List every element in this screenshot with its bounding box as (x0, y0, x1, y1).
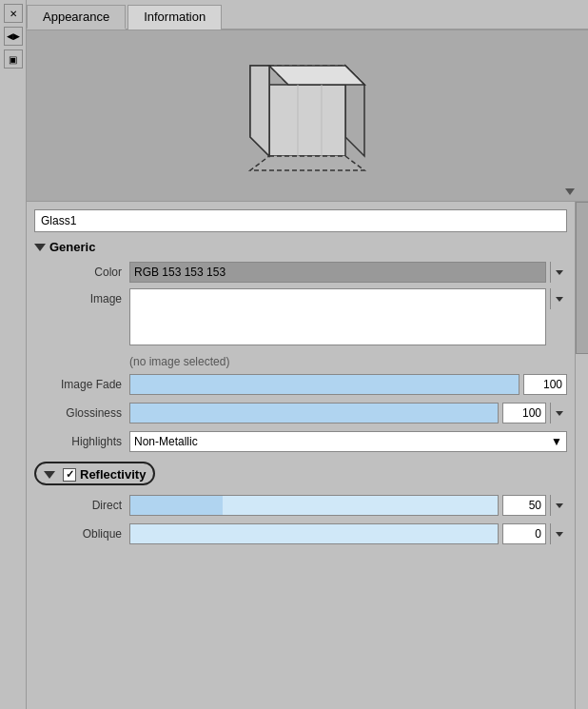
reflectivity-section-wrapper: ✓ Reflectivity Direct (34, 460, 567, 546)
tab-appearance[interactable]: Appearance (27, 5, 126, 30)
color-swatch: RGB 153 153 153 (130, 263, 545, 282)
reflectivity-collapse-arrow[interactable] (44, 471, 55, 479)
image-fade-input[interactable] (523, 374, 567, 395)
direct-row: Direct (34, 493, 567, 518)
oblique-dropdown-arrow[interactable] (550, 523, 567, 544)
stack-icon: ▣ (9, 54, 17, 65)
oblique-label: Oblique (34, 527, 129, 541)
left-toolbar: ✕ ◀▶ ▣ (0, 0, 27, 709)
svg-marker-8 (250, 66, 269, 156)
direct-slider[interactable] (129, 495, 499, 516)
image-row: Image (34, 288, 567, 351)
image-fade-slider[interactable] (129, 374, 519, 395)
image-box[interactable] (129, 288, 546, 345)
color-display[interactable]: RGB 153 153 153 (129, 262, 546, 283)
image-label: Image (34, 288, 129, 305)
image-dropdown-arrow[interactable] (550, 288, 567, 309)
pin-button[interactable]: ◀▶ (4, 27, 23, 46)
no-image-text: (no image selected) (34, 355, 567, 368)
preview-area (27, 30, 588, 202)
material-name-input[interactable] (34, 209, 567, 232)
svg-marker-5 (250, 156, 364, 170)
direct-label: Direct (34, 499, 129, 512)
tab-information[interactable]: Information (127, 5, 222, 30)
glossiness-row: Glossiness (34, 401, 567, 425)
glossiness-input[interactable] (502, 403, 546, 423)
tabs-bar: Appearance Information (27, 0, 588, 30)
color-row: Color RGB 153 153 153 (34, 260, 567, 285)
image-control (129, 288, 567, 345)
stack-button[interactable]: ▣ (4, 49, 23, 69)
highlights-dropdown-arrow: ▼ (551, 435, 562, 448)
scrollbar-thumb[interactable] (576, 202, 588, 354)
generic-collapse-arrow[interactable] (34, 244, 46, 251)
main-panel: Appearance Information (27, 0, 588, 709)
material-name-row (34, 209, 567, 232)
glossiness-slider[interactable] (129, 403, 499, 423)
image-fade-control (129, 374, 567, 395)
close-button[interactable]: ✕ (4, 4, 23, 23)
oblique-slider[interactable] (129, 523, 499, 544)
direct-input[interactable] (502, 495, 546, 516)
image-fade-row: Image Fade (34, 372, 567, 397)
3d-box-preview (231, 47, 383, 185)
close-icon: ✕ (10, 9, 17, 19)
reflectivity-section: ✓ Reflectivity (34, 462, 155, 485)
direct-control (129, 495, 567, 516)
oblique-row: Oblique (34, 522, 567, 546)
color-control: RGB 153 153 153 (129, 262, 567, 283)
scrollbar-track (575, 202, 588, 709)
reflectivity-header: ✓ Reflectivity (44, 467, 146, 482)
reflectivity-label: Reflectivity (80, 467, 146, 482)
oblique-control (129, 523, 567, 544)
oblique-input[interactable] (502, 523, 546, 544)
direct-fill (130, 496, 223, 515)
checkmark-icon: ✓ (66, 468, 74, 481)
highlights-control: Non-Metallic ▼ (129, 431, 567, 452)
glossiness-control (129, 403, 567, 423)
highlights-label: Highlights (34, 435, 129, 448)
direct-dropdown-arrow[interactable] (550, 495, 567, 516)
generic-section-header: Generic (34, 240, 567, 254)
svg-marker-4 (269, 66, 364, 85)
glossiness-label: Glossiness (34, 406, 129, 420)
color-dropdown-arrow[interactable] (550, 262, 567, 283)
color-label: Color (34, 266, 129, 279)
image-fade-label: Image Fade (34, 378, 129, 391)
highlights-dropdown[interactable]: Non-Metallic ▼ (129, 431, 567, 452)
image-fade-fill (130, 375, 519, 394)
highlights-row: Highlights Non-Metallic ▼ (34, 429, 567, 454)
glossiness-dropdown-arrow[interactable] (550, 403, 567, 423)
content-area: Generic Color RGB 153 153 153 (27, 202, 588, 558)
svg-marker-2 (269, 85, 345, 156)
reflectivity-checkbox[interactable]: ✓ (63, 468, 76, 482)
glossiness-fill (130, 404, 498, 423)
preview-expand-arrow[interactable] (565, 188, 575, 195)
pin-icon: ◀▶ (7, 31, 20, 41)
